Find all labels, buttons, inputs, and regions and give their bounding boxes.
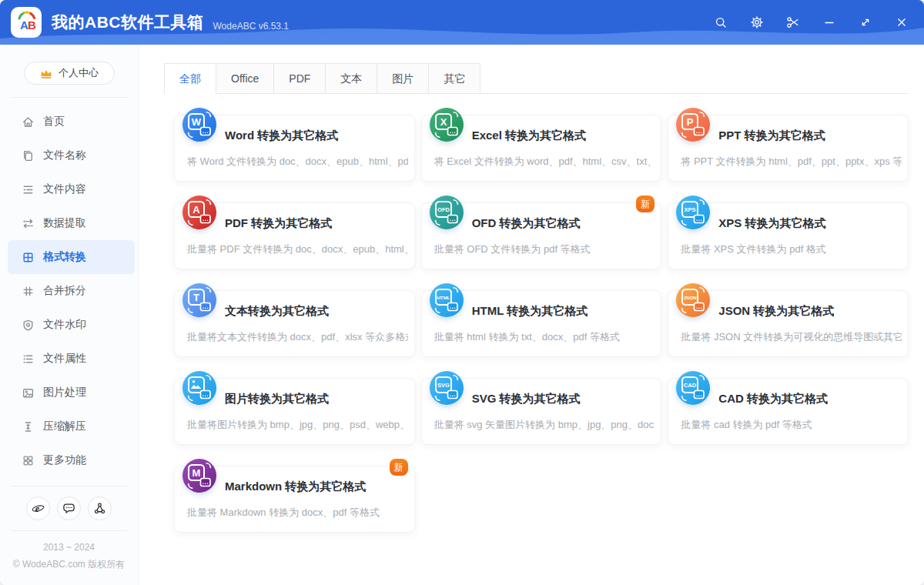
search-icon [713,15,728,30]
tool-card-svg[interactable]: SVG SVG 转换为其它格式批量将 svg 矢量图片转换为 bmp、jpg、p… [421,378,662,445]
sidebar-item-watermark[interactable]: 文件水印 [8,308,135,342]
tab-全部[interactable]: 全部 [164,63,216,94]
text-tool-icon: T [182,283,216,317]
browser-button[interactable]: e [26,496,50,520]
ofd-tool-icon: OFD [430,196,464,229]
compress-icon [22,420,35,433]
tool-card-pdf[interactable]: A PDF 转换为其它格式批量将 PDF 文件转换为 doc、docx、epub… [174,202,415,269]
new-badge: 新 [390,459,408,476]
tool-card-ppt[interactable]: P PPT 转换为其它格式将 PPT 文件转换为 html、pdf、ppt、pp… [668,115,909,182]
html-tool-icon: HTML [430,283,464,317]
tool-card-xps[interactable]: XPS XPS 转换为其它格式批量将 XPS 文件转换为 pdf 格式 [668,202,909,269]
share-button[interactable] [88,496,112,520]
tool-card-title: XPS 转换为其它格式 [718,216,825,231]
tool-card-ofd[interactable]: OFD OFD 转换为其它格式批量将 OFD 文件转换为 pdf 等格式新 [421,202,662,269]
tool-card-image[interactable]: 图片转换为其它格式批量将图片转换为 bmp、jpg、png、psd、webp、 [174,378,415,445]
word-tool-icon: W [182,108,216,142]
tool-card-excel[interactable]: X Excel 转换为其它格式将 Excel 文件转换为 word、pdf、ht… [421,115,662,182]
pdf-tool-icon: A [182,196,216,229]
sidebar-item-label: 数据提取 [43,216,86,230]
tool-card-title: Excel 转换为其它格式 [472,129,586,143]
tool-card-description: 批量将 JSON 文件转换为可视化的思维导图或其它格 [681,330,902,344]
svg-text:P: P [687,116,694,128]
sidebar-item-image-process[interactable]: 图片处理 [8,376,135,410]
chat-button[interactable] [57,496,81,520]
sidebar-item-label: 首页 [43,115,65,129]
json-tool-icon: JSON [676,283,710,317]
file-content-icon [22,183,35,196]
scissors-icon [785,15,801,30]
tool-card-title: 图片转换为其它格式 [225,392,329,406]
svg-text:XPS: XPS [685,206,696,213]
sidebar-item-home[interactable]: 首页 [8,105,135,139]
tab-PDF[interactable]: PDF [274,63,326,94]
tool-card-description: 批量将 PDF 文件转换为 doc、docx、epub、html、 [187,242,408,256]
copyright-owner: © WodeABC.com 版权所有 [0,556,138,573]
tool-card-markdown[interactable]: M Markdown 转换为其它格式批量将 Markdown 转换为 docx、… [174,466,415,533]
sidebar-item-file-props[interactable]: 文件属性 [8,342,135,376]
sidebar-divider-top [11,97,127,98]
svg-text:HTML: HTML [437,295,450,300]
svg-tool-icon: SVG [430,371,464,405]
svg-text:X: X [440,116,447,128]
tool-card-cad[interactable]: CAD CAD 转换为其它格式批量将 cad 转换为 pdf 等格式 [668,378,909,445]
close-button[interactable] [883,0,919,45]
tab-其它[interactable]: 其它 [429,63,480,94]
minimize-icon [822,15,837,30]
new-badge: 新 [636,196,654,212]
search-button[interactable] [702,0,738,45]
resize-icon [858,15,873,30]
tool-card-json[interactable]: JSON JSON 转换为其它格式批量将 JSON 文件转换为可视化的思维导图或… [668,290,909,357]
tool-card-description: 批量将 svg 矢量图片转换为 bmp、jpg、png、docx [434,418,655,432]
sidebar-item-merge-split[interactable]: 合并拆分 [8,274,135,308]
sidebar-item-label: 格式转换 [43,250,86,264]
tool-card-description: 批量将 Markdown 转换为 docx、pdf 等格式 [187,506,408,520]
profile-center-button[interactable]: 个人中心 [24,62,115,85]
svg-text:JSON: JSON [684,295,697,300]
tab-图片[interactable]: 图片 [377,63,429,94]
svg-text:OFD: OFD [437,206,450,213]
merge-split-icon [22,285,35,298]
tab-Office[interactable]: Office [216,63,274,94]
gear-icon [749,15,765,30]
app-title: 我的ABC软件工具箱 [52,12,204,33]
main-content: 全部OfficePDF文本图片其它 W Word 转换为其它格式将 Word 文… [139,45,924,585]
app-window: A B 我的ABC软件工具箱 WodeABC v6.53.1 个人中心 首页文件… [0,0,924,585]
sidebar-item-data-extract[interactable]: 数据提取 [8,206,135,240]
tool-card-title: 文本转换为其它格式 [225,304,329,319]
svg-text:CAD: CAD [684,382,697,389]
tool-card-word[interactable]: W Word 转换为其它格式将 Word 文件转换为 doc、docx、epub… [174,115,415,182]
tool-card-html[interactable]: HTML HTML 转换为其它格式批量将 html 转换为 txt、docx、p… [421,290,662,357]
tool-card-title: HTML 转换为其它格式 [472,304,588,319]
profile-center-label: 个人中心 [59,66,99,80]
app-version: WodeABC v6.53.1 [213,21,290,32]
browser-icon: e [32,502,45,515]
tool-card-description: 批量将文本文件转换为 docx、pdf、xlsx 等众多格式 [187,330,408,344]
sidebar-item-format-convert[interactable]: 格式转换 [8,240,135,274]
tool-card-title: PDF 转换为其它格式 [225,216,332,231]
sidebar-item-more[interactable]: 更多功能 [8,443,135,477]
tab-文本[interactable]: 文本 [326,63,377,94]
minimize-button[interactable] [811,0,847,45]
tool-card-title: JSON 转换为其它格式 [718,304,834,319]
excel-tool-icon: X [430,108,464,142]
data-extract-icon [22,217,35,230]
tool-card-text[interactable]: T 文本转换为其它格式批量将文本文件转换为 docx、pdf、xlsx 等众多格… [174,290,415,357]
settings-button[interactable] [738,0,775,45]
tool-card-description: 批量将 XPS 文件转换为 pdf 格式 [681,242,902,256]
sidebar-item-compress[interactable]: 压缩解压 [8,410,135,443]
category-tabs: 全部OfficePDF文本图片其它 [164,63,909,94]
sidebar-item-file-content[interactable]: 文件内容 [8,172,135,206]
sidebar-item-label: 文件内容 [43,182,86,196]
resize-button[interactable] [847,0,883,45]
tool-card-description: 批量将 cad 转换为 pdf 等格式 [681,418,902,432]
xps-tool-icon: XPS [676,196,710,229]
svg-text:T: T [193,292,199,303]
image-tool-icon [182,371,216,405]
tool-card-grid: W Word 转换为其它格式将 Word 文件转换为 doc、docx、epub… [174,115,909,533]
sidebar-item-file-name[interactable]: 文件名称 [8,139,135,172]
image-process-icon [22,386,35,399]
app-logo: A B [11,7,42,38]
app-body: 个人中心 首页文件名称文件内容数据提取格式转换合并拆分文件水印文件属性图片处理压… [0,45,924,585]
tools-button[interactable] [775,0,811,45]
